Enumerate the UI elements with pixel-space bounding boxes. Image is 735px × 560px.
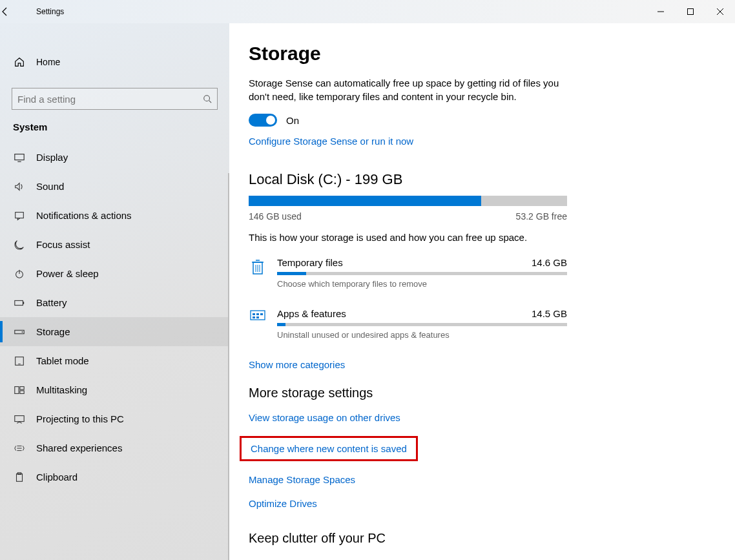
svg-point-12: [22, 331, 23, 333]
free-label: 53.2 GB free: [516, 211, 567, 222]
svg-point-2: [204, 96, 210, 101]
annotation-highlight: Change where new content is saved: [240, 436, 418, 461]
sidebar-item-storage[interactable]: Storage: [0, 317, 229, 346]
nav-label: Sound: [36, 181, 64, 192]
category-name: Temporary files: [277, 257, 343, 268]
page-title: Storage: [249, 43, 709, 65]
svg-rect-4: [15, 154, 24, 160]
nav-label: Focus assist: [36, 239, 90, 250]
svg-rect-32: [256, 316, 259, 318]
nav-label: Notifications & actions: [36, 210, 132, 221]
svg-rect-29: [256, 313, 259, 315]
svg-rect-10: [23, 302, 24, 304]
maximize-button[interactable]: [676, 1, 705, 22]
usage-desc: This is how your storage is used and how…: [249, 232, 709, 243]
power-icon: [13, 268, 26, 280]
apps-icon: [249, 308, 267, 340]
sidebar-item-battery[interactable]: Battery: [0, 288, 229, 317]
sidebar-home-label: Home: [36, 57, 60, 67]
category-apps-features[interactable]: Apps & features 14.5 GB Uninstall unused…: [249, 308, 567, 340]
battery-icon: [13, 297, 26, 309]
category-hint: Choose which temporary files to remove: [277, 279, 567, 289]
window-title: Settings: [31, 7, 64, 16]
close-button[interactable]: [705, 1, 735, 22]
nav-list: Display Sound Notifications & actions Fo…: [0, 143, 229, 492]
sidebar-item-clipboard[interactable]: Clipboard: [0, 462, 229, 492]
nav-label: Clipboard: [36, 472, 78, 482]
category-temporary-files[interactable]: Temporary files 14.6 GB Choose which tem…: [249, 257, 567, 289]
svg-rect-15: [15, 386, 19, 393]
svg-rect-1: [688, 9, 694, 15]
category-hint: Uninstall unused or undesired apps & fea…: [277, 330, 567, 340]
keep-clutter-heading: Keep clutter off your PC: [249, 531, 709, 546]
svg-rect-18: [15, 415, 24, 421]
nav-label: Power & sleep: [36, 268, 99, 279]
nav-label: Battery: [36, 297, 67, 308]
sidebar-item-power[interactable]: Power & sleep: [0, 259, 229, 288]
storage-sense-desc: Storage Sense can automatically free up …: [249, 76, 572, 103]
svg-rect-28: [253, 313, 255, 315]
sidebar-item-multitasking[interactable]: Multitasking: [0, 375, 229, 404]
svg-rect-9: [15, 300, 23, 305]
nav-label: Storage: [36, 326, 70, 337]
shared-icon: [13, 442, 26, 454]
nav-label: Shared experiences: [36, 442, 122, 453]
configure-storage-sense-link[interactable]: Configure Storage Sense or run it now: [249, 136, 413, 147]
show-more-categories-link[interactable]: Show more categories: [249, 359, 345, 370]
back-button[interactable]: [0, 6, 31, 17]
trash-icon: [249, 257, 267, 289]
manage-storage-spaces-link[interactable]: Manage Storage Spaces: [249, 474, 355, 485]
search-input[interactable]: [17, 94, 203, 105]
sidebar-scrollbar[interactable]: [228, 173, 229, 560]
sidebar-item-display[interactable]: Display: [0, 143, 229, 172]
multitasking-icon: [13, 384, 26, 396]
sidebar: Home System Display Sound Notifications …: [0, 23, 229, 560]
sound-icon: [13, 181, 26, 192]
more-storage-heading: More storage settings: [249, 386, 709, 400]
svg-rect-16: [20, 386, 24, 389]
storage-usage-bar: [249, 196, 567, 206]
main-content: Storage Storage Sense can automatically …: [229, 23, 735, 560]
category-bar: [277, 323, 567, 326]
tablet-icon: [13, 355, 26, 367]
clipboard-icon: [13, 472, 26, 483]
nav-label: Multitasking: [36, 384, 87, 395]
svg-rect-17: [20, 390, 24, 393]
nav-label: Display: [36, 152, 68, 163]
category-size: 14.6 GB: [532, 257, 567, 268]
disk-heading: Local Disk (C:) - 199 GB: [249, 171, 709, 188]
view-other-drives-link[interactable]: View storage usage on other drives: [249, 412, 400, 423]
category-bar: [277, 272, 567, 275]
category-size: 14.5 GB: [532, 308, 567, 319]
change-save-location-link[interactable]: Change where new content is saved: [251, 443, 407, 454]
category-name: Apps & features: [277, 308, 346, 319]
sidebar-item-projecting[interactable]: Projecting to this PC: [0, 404, 229, 433]
toggle-state-label: On: [286, 115, 299, 126]
projecting-icon: [13, 413, 26, 425]
optimize-drives-link[interactable]: Optimize Drives: [249, 498, 317, 509]
svg-rect-6: [16, 212, 24, 218]
svg-rect-30: [260, 313, 263, 315]
storage-icon: [13, 326, 26, 338]
sidebar-item-shared[interactable]: Shared experiences: [0, 433, 229, 462]
svg-rect-19: [17, 473, 23, 481]
sidebar-item-sound[interactable]: Sound: [0, 172, 229, 201]
sidebar-item-focus-assist[interactable]: Focus assist: [0, 230, 229, 259]
nav-label: Projecting to this PC: [36, 413, 124, 424]
sidebar-item-tablet[interactable]: Tablet mode: [0, 346, 229, 375]
svg-rect-31: [253, 316, 255, 318]
svg-line-3: [209, 101, 212, 103]
storage-sense-toggle[interactable]: [249, 114, 277, 127]
titlebar: Settings: [0, 0, 735, 23]
minimize-button[interactable]: [646, 1, 676, 22]
sidebar-item-notifications[interactable]: Notifications & actions: [0, 201, 229, 230]
sidebar-section: System: [0, 121, 229, 132]
display-icon: [13, 152, 26, 163]
search-icon: [203, 94, 212, 103]
nav-label: Tablet mode: [36, 355, 89, 366]
notifications-icon: [13, 210, 26, 222]
sidebar-home[interactable]: Home: [0, 49, 229, 75]
search-box[interactable]: [12, 88, 218, 110]
focus-assist-icon: [13, 239, 26, 251]
used-label: 146 GB used: [249, 211, 302, 222]
